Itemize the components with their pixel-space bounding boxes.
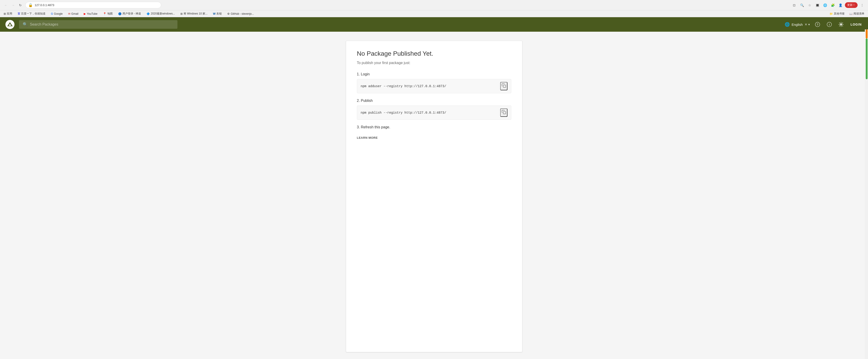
profile-icon[interactable]: 👤 xyxy=(837,2,843,8)
youtube-icon: ▶ xyxy=(84,12,86,16)
browser-frame: ← → ↻ 🔒 127.0.0.1:4873 ⊡ 🔍 ☆ 🔳 🌐 🧩 👤 更新！… xyxy=(0,0,868,17)
bookmark-youda[interactable]: W 友链 xyxy=(212,11,223,16)
bookmark-label: 阅读清单 xyxy=(854,12,864,16)
step2-command-row: npm publish --registry http://127.0.0.1:… xyxy=(357,106,511,120)
apps-icon: ⊞ xyxy=(4,12,6,16)
svg-rect-15 xyxy=(503,85,506,88)
extension-icon-1[interactable]: 🔳 xyxy=(814,2,820,8)
svg-line-13 xyxy=(842,23,843,23)
search-input[interactable] xyxy=(30,22,174,27)
svg-point-6 xyxy=(840,23,842,26)
svg-text:i: i xyxy=(829,23,830,26)
bookmark-label: 其他书签 xyxy=(834,12,845,16)
svg-line-12 xyxy=(842,26,843,26)
youda-icon: W xyxy=(213,12,215,16)
step3-label: 3. Refresh this page. xyxy=(357,125,511,129)
search-container[interactable]: 🔍 xyxy=(19,20,178,29)
step1-command: npm adduser --registry http://127.0.0.1:… xyxy=(361,84,446,88)
card-subtitle: To publish your first package just: xyxy=(357,61,511,65)
info-button[interactable]: i xyxy=(825,20,833,29)
search-page-icon[interactable]: 🔍 xyxy=(799,2,805,8)
theme-toggle-button[interactable] xyxy=(837,20,845,29)
card-title: No Package Published Yet. xyxy=(357,50,511,57)
browser-toolbar: ← → ↻ 🔒 127.0.0.1:4873 ⊡ 🔍 ☆ 🔳 🌐 🧩 👤 更新！… xyxy=(0,0,868,10)
svg-text:?: ? xyxy=(817,23,818,26)
bookmark-label: 友链 xyxy=(216,12,222,16)
folder-icon: 📁 xyxy=(830,12,833,16)
lock-icon: 🔒 xyxy=(28,3,33,7)
scrollbar[interactable] xyxy=(865,29,868,359)
bookmark-label: 应用 xyxy=(7,12,12,16)
translate-icon[interactable]: ⊡ xyxy=(791,2,797,8)
windows-icon: 🔷 xyxy=(147,12,150,16)
extensions-icon[interactable]: 🧩 xyxy=(830,2,836,8)
no-packages-card: No Package Published Yet. To publish you… xyxy=(346,41,522,352)
step2-label: 2. Publish xyxy=(357,99,511,103)
lang-clear-icon[interactable]: ✕ xyxy=(805,23,807,26)
forward-button[interactable]: → xyxy=(10,2,16,8)
translate-ext-icon[interactable]: 🌐 xyxy=(822,2,828,8)
bookmark-label: 百度一下，你就知道 xyxy=(21,12,45,16)
lang-chevron-icon[interactable]: ▾ xyxy=(808,23,810,26)
scrollbar-thumb-orange xyxy=(866,29,868,38)
language-label: English xyxy=(792,23,803,27)
bookmark-windows[interactable]: 🔷 2020最新windows... xyxy=(146,11,176,16)
bookmark-label: YouTube xyxy=(87,12,97,16)
bookmark-github[interactable]: ⚙ GitHub - stevenjo... xyxy=(226,12,255,16)
bookmark-label: 将 Windows 10 家... xyxy=(184,12,208,16)
bookmark-google[interactable]: G Google xyxy=(50,12,64,16)
scrollbar-track xyxy=(865,29,868,359)
step1-command-row: npm adduser --registry http://127.0.0.1:… xyxy=(357,79,511,93)
learn-more-link[interactable]: LEARN MORE xyxy=(357,136,378,140)
main-content: No Package Published Yet. To publish you… xyxy=(0,32,868,359)
lang-controls: ✕ ▾ xyxy=(805,23,810,26)
update-button[interactable]: 更新！ xyxy=(845,2,858,8)
header-right: 🌐 English ✕ ▾ ? i xyxy=(785,20,864,29)
menu-icon[interactable]: ⋮ xyxy=(859,2,865,8)
maps-icon: 📍 xyxy=(103,12,106,16)
back-button[interactable]: ← xyxy=(3,2,9,8)
bookmark-youtube[interactable]: ▶ YouTube xyxy=(83,12,98,16)
nav-buttons: ← → ↻ xyxy=(3,2,24,8)
bookmark-win10[interactable]: ⊞ 将 Windows 10 家... xyxy=(180,11,209,16)
globe-icon: 🌐 xyxy=(785,22,790,27)
search-icon: 🔍 xyxy=(23,22,28,27)
read-list-icon: 📖 xyxy=(849,12,852,16)
bookmark-label: 2020最新windows... xyxy=(151,12,175,16)
help-button[interactable]: ? xyxy=(813,20,822,29)
logo-container[interactable] xyxy=(4,19,16,30)
bookmark-baidu[interactable]: 百 百度一下，你就知道 xyxy=(17,11,46,16)
app-header: 🔍 🌐 English ✕ ▾ ? i xyxy=(0,17,868,32)
google-icon: G xyxy=(51,12,53,16)
app-logo xyxy=(5,20,14,29)
bookmarks-bar: ⊞ 应用 百 百度一下，你就知道 G Google ✉ Gmail ▶ YouT… xyxy=(0,10,868,17)
address-bar[interactable]: 🔒 127.0.0.1:4873 xyxy=(25,2,161,8)
win10-icon: ⊞ xyxy=(180,12,183,16)
bookmark-label: Google xyxy=(54,12,63,16)
user-icon: 🔵 xyxy=(118,12,122,16)
read-list[interactable]: 📖 阅读清单 xyxy=(848,11,865,16)
language-selector[interactable]: 🌐 English ✕ ▾ xyxy=(785,22,810,27)
browser-actions: ⊡ 🔍 ☆ 🔳 🌐 🧩 👤 更新！ ⋮ xyxy=(791,2,865,8)
step1-label: 1. Login xyxy=(357,72,511,76)
github-icon: ⚙ xyxy=(227,12,230,16)
bookmark-apps[interactable]: ⊞ 应用 xyxy=(3,11,13,16)
refresh-button[interactable]: ↻ xyxy=(17,2,24,8)
bookmark-gmail[interactable]: ✉ Gmail xyxy=(67,12,79,16)
gmail-icon: ✉ xyxy=(68,12,70,16)
bookmark-label: Gmail xyxy=(71,12,78,16)
bookmark-maps[interactable]: 📍 地图 xyxy=(102,11,114,16)
svg-line-11 xyxy=(839,23,840,23)
other-bookmarks[interactable]: 📁 其他书签 xyxy=(829,11,846,16)
login-button[interactable]: LOGIN xyxy=(849,22,864,27)
bookmark-label: GitHub - stevenjo... xyxy=(230,12,254,16)
copy-step1-button[interactable] xyxy=(500,82,507,90)
bookmark-label: 用户登录 - 禅道 xyxy=(122,12,141,16)
bookmark-user[interactable]: 🔵 用户登录 - 禅道 xyxy=(117,11,142,16)
baidu-icon: 百 xyxy=(18,12,20,16)
copy-step2-button[interactable] xyxy=(500,109,507,117)
bookmark-icon[interactable]: ☆ xyxy=(806,2,813,8)
step2-command: npm publish --registry http://127.0.0.1:… xyxy=(361,111,446,115)
scrollbar-thumb-green xyxy=(866,38,868,79)
svg-rect-16 xyxy=(503,112,506,114)
